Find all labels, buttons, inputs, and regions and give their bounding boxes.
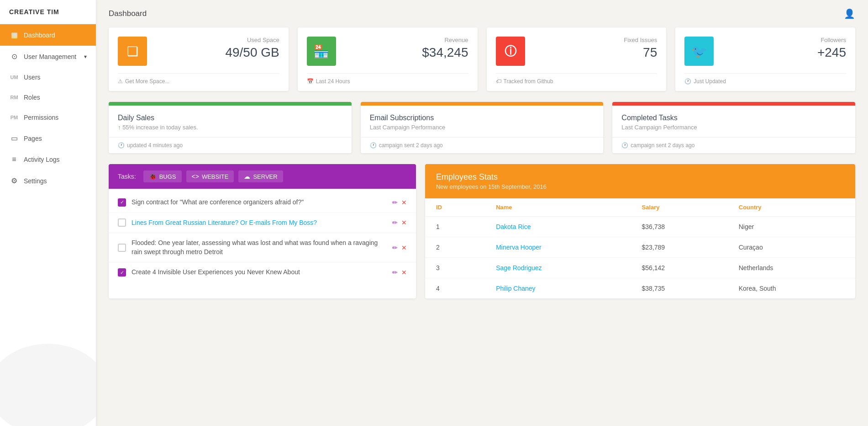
task-delete-4[interactable]: ✕ <box>401 269 407 276</box>
bug-icon: 🐞 <box>149 173 157 180</box>
email-subs-footer: 🕐 campaign sent 2 days ago <box>361 137 604 153</box>
sidebar-item-label: Dashboard <box>24 32 55 39</box>
task-text-2: Lines From Great Russian Literature? Or … <box>132 218 387 228</box>
user-icon[interactable]: 👤 <box>844 8 855 19</box>
sidebar-item-activity-logs[interactable]: ≡ Activity Logs <box>0 149 96 170</box>
task-text-1: Sign contract for "What are conference o… <box>132 198 387 207</box>
sidebar-item-settings[interactable]: ⚙ Settings <box>0 170 96 192</box>
dashboard-icon: ▦ <box>9 31 19 39</box>
task-delete-2[interactable]: ✕ <box>401 219 407 226</box>
tab-bugs[interactable]: 🐞 BUGS <box>143 170 182 182</box>
brand-logo: CREATIVE TIM <box>0 0 96 24</box>
sidebar-item-label: Pages <box>24 135 42 142</box>
info-icon: ⓘ <box>505 43 516 59</box>
task-text-4: Create 4 Invisible User Experiences you … <box>132 268 387 277</box>
completed-tasks-bar <box>612 102 855 106</box>
sidebar-item-roles[interactable]: RM Roles <box>0 87 96 107</box>
emp-name[interactable]: Sage Rodriguez <box>485 258 631 278</box>
table-row: 1 Dakota Rice $36,738 Niger <box>425 217 855 237</box>
user-management-icon: ⊙ <box>9 52 19 61</box>
revenue-value: $34,245 <box>422 45 468 60</box>
topbar: Dashboard 👤 <box>96 0 868 27</box>
daily-sales-subtitle: ↑ 55% increase in today sales. <box>118 124 342 131</box>
task-checkbox-1[interactable]: ✓ <box>118 198 126 207</box>
task-delete-1[interactable]: ✕ <box>401 199 407 206</box>
tab-server[interactable]: ☁ SERVER <box>238 170 283 182</box>
server-tab-label: SERVER <box>253 173 277 180</box>
emp-salary: $36,738 <box>631 217 728 237</box>
table-row: 4 Philip Chaney $38,735 Korea, South <box>425 278 855 299</box>
clock-icon: 🕐 <box>370 142 377 149</box>
email-subs-subtitle: Last Campaign Performance <box>370 124 594 131</box>
emp-id: 1 <box>425 217 485 237</box>
roles-prefix: RM <box>9 95 19 100</box>
emp-name[interactable]: Dakota Rice <box>485 217 631 237</box>
emp-country: Netherlands <box>728 258 855 278</box>
sidebar-item-label: Activity Logs <box>24 156 60 163</box>
email-subs-title: Email Subscriptions <box>370 114 594 122</box>
daily-sales-body: Daily Sales ↑ 55% increase in today sale… <box>109 106 352 137</box>
twitter-icon: 🐦 <box>691 44 707 59</box>
daily-sales-subtitle-text: 55% increase in today sales. <box>122 124 198 131</box>
task-checkbox-4[interactable]: ✓ <box>118 268 126 277</box>
emp-country: Curaçao <box>728 237 855 258</box>
completed-tasks-footer: 🕐 campaign sent 2 days ago <box>612 137 855 153</box>
used-space-stat-text: Used Space 49/50 GB <box>225 37 279 60</box>
task-edit-3[interactable]: ✏ <box>392 244 398 251</box>
emp-country: Niger <box>728 217 855 237</box>
main-content: Dashboard 👤 ❑ Used Space 49/50 GB ⚠ <box>96 0 868 426</box>
employees-title: Employees Stats <box>436 172 844 182</box>
stat-card-followers: 🐦 Followers +245 🕐 Just Updated <box>675 27 855 91</box>
fixed-issues-value: 75 <box>624 45 657 60</box>
pages-icon: ▭ <box>9 134 19 143</box>
chart-card-email-subscriptions: Email Subscriptions Last Campaign Perfor… <box>361 102 604 153</box>
task-item: Lines From Great Russian Literature? Or … <box>109 213 416 234</box>
task-text-3: Flooded: One year later, assessing what … <box>132 239 387 256</box>
sidebar-item-pages[interactable]: ▭ Pages <box>0 128 96 149</box>
followers-stat-text: Followers +245 <box>817 37 846 60</box>
emp-id: 3 <box>425 258 485 278</box>
revenue-footer-text: Last 24 Hours <box>316 78 350 85</box>
task-item: Flooded: One year later, assessing what … <box>109 233 416 262</box>
daily-sales-title: Daily Sales <box>118 114 342 122</box>
warning-icon: ⚠ <box>118 78 123 85</box>
cloud-icon: ☁ <box>244 173 250 180</box>
sidebar-item-label: Permissions <box>24 114 58 121</box>
fixed-issues-footer: 🏷 Tracked from Github <box>496 73 658 85</box>
tab-website[interactable]: <> WEBSITE <box>186 170 234 182</box>
sidebar-item-dashboard[interactable]: ▦ Dashboard <box>0 24 96 46</box>
task-edit-4[interactable]: ✏ <box>392 269 398 276</box>
emp-name[interactable]: Minerva Hooper <box>485 237 631 258</box>
email-subs-footer-text: campaign sent 2 days ago <box>379 142 443 149</box>
emp-name[interactable]: Philip Chaney <box>485 278 631 299</box>
task-edit-1[interactable]: ✏ <box>392 199 398 206</box>
store-icon: 🏪 <box>313 44 329 59</box>
emp-salary: $56,142 <box>631 258 728 278</box>
email-subs-body: Email Subscriptions Last Campaign Perfor… <box>361 106 604 137</box>
employees-card: Employees Stats New employees on 15th Se… <box>425 164 855 298</box>
up-arrow-icon: ↑ <box>118 124 122 131</box>
task-checkbox-3[interactable] <box>118 244 126 252</box>
followers-footer-text: Just Updated <box>694 78 726 85</box>
completed-tasks-body: Completed Tasks Last Campaign Performanc… <box>612 106 855 137</box>
task-edit-2[interactable]: ✏ <box>392 219 398 226</box>
daily-sales-footer-text: updated 4 minutes ago <box>127 142 183 149</box>
sidebar-item-users[interactable]: UM Users <box>0 67 96 87</box>
used-space-footer[interactable]: ⚠ Get More Space... <box>118 73 279 85</box>
col-id: ID <box>425 198 485 217</box>
sidebar-item-label: Users <box>24 74 41 81</box>
task-delete-3[interactable]: ✕ <box>401 244 407 251</box>
task-actions-2: ✏ ✕ <box>392 219 407 226</box>
sidebar-item-permissions[interactable]: PM Permissions <box>0 107 96 128</box>
table-row: 2 Minerva Hooper $23,789 Curaçao <box>425 237 855 258</box>
table-row: 3 Sage Rodriguez $56,142 Netherlands <box>425 258 855 278</box>
fixed-issues-icon-box: ⓘ <box>496 37 525 66</box>
task-checkbox-2[interactable] <box>118 218 126 227</box>
tag-icon: 🏷 <box>496 78 501 85</box>
sidebar-item-user-management[interactable]: ⊙ User Management ▾ <box>0 46 96 67</box>
revenue-icon-box: 🏪 <box>307 37 336 66</box>
clock-icon: 🕐 <box>684 78 691 85</box>
used-space-value: 49/50 GB <box>225 45 279 60</box>
used-space-footer-text: Get More Space... <box>125 78 169 85</box>
emp-id: 2 <box>425 237 485 258</box>
